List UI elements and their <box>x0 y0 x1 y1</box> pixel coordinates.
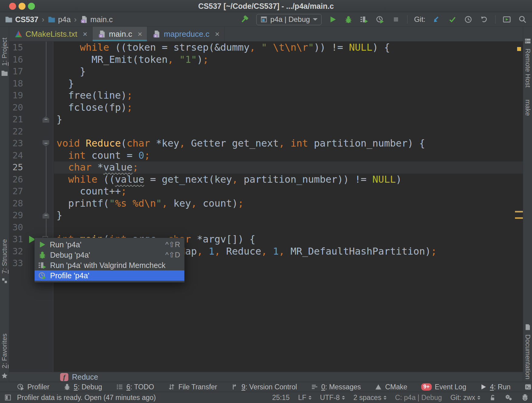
status-widget-git-zwx[interactable]: Git: zwx <box>450 394 480 402</box>
code-text: char *value; <box>54 161 138 174</box>
line-number: 26 <box>9 174 23 186</box>
toolwindow-button-label: Event Log <box>435 383 466 391</box>
sidebar-item-7-structure[interactable]: 7: Structure <box>0 239 9 284</box>
line-number: 32 <box>9 246 23 258</box>
code-line[interactable]: 22 <box>9 126 523 138</box>
sidebar-item-make[interactable]: make <box>523 100 532 116</box>
sidebar-item-2-favorites[interactable]: 2: Favorites <box>0 334 9 379</box>
sidebar-item-1-project[interactable]: 1: Project <box>0 38 9 77</box>
sidebar-item-documentation[interactable]: Documentation <box>523 323 532 379</box>
rollback-button[interactable] <box>479 15 489 24</box>
gutter-cell: 22 <box>9 126 54 138</box>
code-line[interactable]: 21−} <box>9 113 523 126</box>
run-button[interactable] <box>328 15 337 24</box>
close-icon[interactable]: × <box>215 29 220 39</box>
breadcrumb-item[interactable]: cmain.c <box>80 15 113 24</box>
code-editor[interactable]: 15 while ((token = strsep(&dummy, " \t\n… <box>9 42 523 372</box>
status-widget-2-spaces[interactable]: 2 spaces <box>353 394 387 402</box>
code-line[interactable]: 16 MR_Emit(token, "1"); <box>9 54 523 66</box>
toolwindow-button-9-version-control[interactable]: 9: Version Control <box>231 383 297 391</box>
toolwindow-button-event-log[interactable]: 9+Event Log <box>421 383 466 391</box>
gears-icon[interactable] <box>505 394 513 401</box>
tab-mapreduce.c[interactable]: cmapreduce.c× <box>147 27 225 41</box>
close-icon[interactable]: × <box>138 29 142 39</box>
function-icon: f <box>60 373 68 381</box>
star-icon <box>1 372 8 379</box>
terminal-icon <box>524 383 532 391</box>
run-anything-icon[interactable] <box>502 15 511 24</box>
gutter-cell: 19 <box>9 90 54 102</box>
sidebar-item-remote-host[interactable]: Remote Host <box>523 38 532 87</box>
toolwindow-button-cmake[interactable]: CMake <box>375 383 407 391</box>
updown-arrows-icon <box>309 396 312 400</box>
toolwindow-button-profiler[interactable]: Profiler <box>17 383 49 391</box>
code-line[interactable]: 15 while ((token = strsep(&dummy, " \t\n… <box>9 42 523 54</box>
build-hammer-icon[interactable] <box>240 15 250 24</box>
warning-stripe-mark[interactable] <box>515 211 523 212</box>
code-line[interactable]: 25 char *value; <box>9 161 523 174</box>
valgrind-button[interactable] <box>360 15 369 24</box>
code-line[interactable]: 24 int count = 0; <box>9 150 523 162</box>
status-bar: Profiler data is ready. Open (47 minutes… <box>0 392 532 403</box>
toolwindow-button-ter[interactable]: Ter <box>524 383 532 391</box>
warning-stripe-mark[interactable] <box>515 217 523 219</box>
profile-button[interactable] <box>376 15 385 24</box>
toolwindow-button-5-debug[interactable]: 5: Debug <box>63 383 102 391</box>
line-number: 17 <box>9 66 23 78</box>
code-line[interactable]: 17 } <box>9 66 523 78</box>
status-widget-c-p4a-debug[interactable]: C: p4a | Debug <box>395 394 442 402</box>
code-line[interactable]: 23−void Reduce(char *key, Getter get_nex… <box>9 137 523 150</box>
menu-item-debug-p4a-[interactable]: Debug 'p4a'^⇧D <box>35 250 184 260</box>
fold-marker-icon[interactable]: − <box>43 140 49 147</box>
status-widget-lf[interactable]: LF <box>298 394 312 402</box>
lock-icon[interactable] <box>489 394 496 401</box>
toolwindow-button-6-todo[interactable]: 6: TODO <box>116 383 154 391</box>
stop-button[interactable] <box>391 15 401 24</box>
run-context-menu: Run 'p4a'^⇧RDebug 'p4a'^⇧DRun 'p4a' with… <box>34 238 185 283</box>
main-area: 1: Project7: Structure2: Favorites Remot… <box>0 27 532 382</box>
code-line[interactable]: 18 } <box>9 78 523 90</box>
fold-marker-icon[interactable]: − <box>43 212 49 218</box>
search-everywhere-icon[interactable] <box>518 15 527 24</box>
profiler-icon <box>17 383 24 391</box>
code-line[interactable]: 27 count++; <box>9 185 523 198</box>
menu-item-run-p4a-with-valgrind-memcheck[interactable]: Run 'p4a' with Valgrind Memcheck <box>35 260 184 270</box>
navigation-bar: CS537›p4a›cmain.c p4a | Debug Git: <box>0 12 532 27</box>
menu-item-run-p4a-[interactable]: Run 'p4a'^⇧R <box>35 239 184 250</box>
breadcrumb-function-name[interactable]: Reduce <box>72 373 98 381</box>
toolwindow-button-0-messages[interactable]: 0: Messages <box>311 383 361 391</box>
close-icon[interactable]: × <box>83 29 87 39</box>
code-line[interactable]: 29−} <box>9 209 523 222</box>
history-button[interactable] <box>464 15 473 24</box>
code-text: } <box>54 113 62 126</box>
toolwindow-button-file-transfer[interactable]: File Transfer <box>168 383 217 391</box>
status-widget-25-15[interactable]: 25:15 <box>272 394 290 402</box>
tab-main.c[interactable]: cmain.c× <box>93 27 148 41</box>
right-tool-stripe: Remote HostmakeDocumentation <box>523 27 532 382</box>
code-line[interactable]: 20 fclose(fp); <box>9 102 523 114</box>
breadcrumb-item[interactable]: CS537 <box>5 15 38 24</box>
git-label: Git: <box>414 15 425 24</box>
debug-button[interactable] <box>344 15 353 24</box>
breadcrumb-item[interactable]: p4a <box>48 15 71 24</box>
status-widget-utf-8[interactable]: UTF-8 <box>320 394 345 402</box>
project-folder-icon <box>1 69 8 77</box>
menu-item-profile-p4a-[interactable]: Profile 'p4a' <box>35 270 184 281</box>
tool-stripe-label: make <box>524 100 532 116</box>
structure-icon <box>1 277 8 284</box>
code-line[interactable]: 30 <box>9 222 523 234</box>
code-line[interactable]: 19 free(line); <box>9 90 523 102</box>
fold-marker-icon[interactable]: − <box>43 116 49 123</box>
toolwindow-toggle-icon[interactable] <box>4 394 12 401</box>
git-commit-button[interactable] <box>448 15 457 24</box>
hector-icon[interactable] <box>521 394 529 401</box>
tab-CMakeLists.txt[interactable]: CMakeLists.txt× <box>9 27 93 41</box>
status-message[interactable]: Profiler data is ready. Open (47 minutes… <box>17 394 156 402</box>
toolwindow-button-4-run[interactable]: 4: Run <box>480 383 510 391</box>
git-update-button[interactable] <box>432 15 441 24</box>
code-line[interactable]: 26 while ((value = get_next(key, partiti… <box>9 174 523 186</box>
code-line[interactable]: 28 printf("%s %d\n", key, count); <box>9 198 523 210</box>
messages-icon <box>311 383 318 391</box>
run-configuration-select[interactable]: p4a | Debug <box>256 14 321 25</box>
error-stripe-mark[interactable] <box>517 47 521 51</box>
